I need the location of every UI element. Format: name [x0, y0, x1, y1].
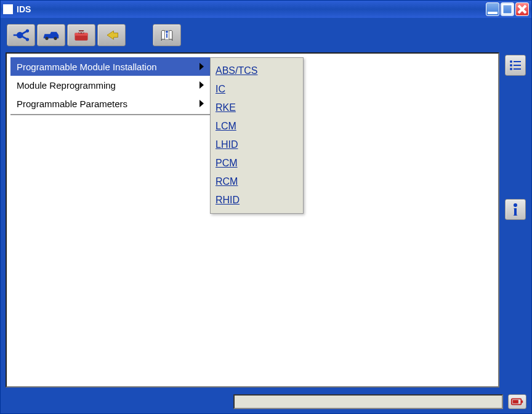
app-icon	[3, 4, 13, 14]
svg-point-6	[54, 37, 57, 40]
chevron-right-icon	[200, 100, 204, 107]
svg-point-19	[514, 203, 517, 207]
svg-rect-16	[514, 65, 521, 66]
menu-label: Module Reprogramming	[17, 80, 116, 91]
svg-point-13	[510, 60, 512, 63]
status-bar	[6, 392, 526, 411]
toolbox-icon[interactable]	[67, 24, 95, 46]
submenu-item-lhid[interactable]: LHID	[211, 136, 303, 154]
arrow-left-icon[interactable]	[97, 24, 126, 46]
svg-rect-18	[514, 68, 521, 70]
menu-item-reprogramming[interactable]: Module Reprogramming	[10, 76, 210, 94]
svg-point-3	[26, 29, 29, 32]
menu-label: Programmable Module Installation	[17, 62, 157, 72]
info-icon[interactable]	[505, 199, 526, 220]
svg-rect-21	[521, 400, 523, 403]
submenu-item-rke[interactable]: RKE	[211, 99, 303, 117]
titlebar: IDS	[1, 1, 531, 18]
chevron-right-icon	[200, 81, 204, 89]
side-rail	[504, 52, 526, 388]
connector-icon[interactable]	[7, 24, 35, 46]
submenu: ABS/TCS IC RKE LCM LHID PCM RCM RHID	[210, 57, 304, 214]
main-row: Programmable Module Installation Module …	[6, 52, 526, 388]
submenu-item-lcm[interactable]: LCM	[211, 117, 303, 136]
submenu-item-abs[interactable]: ABS/TCS	[211, 62, 303, 80]
battery-icon[interactable]	[508, 394, 526, 409]
minimize-button[interactable]	[486, 2, 499, 16]
maximize-button[interactable]	[501, 2, 514, 16]
menu-item-parameters[interactable]: Programmable Parameters	[10, 94, 210, 113]
app-window: IDS	[0, 0, 532, 414]
svg-point-5	[45, 37, 48, 40]
content-area: Programmable Module Installation Module …	[6, 52, 499, 388]
svg-point-11	[166, 31, 168, 33]
app-body: Programmable Module Installation Module …	[1, 18, 531, 413]
status-message-area	[233, 394, 503, 409]
svg-rect-22	[513, 400, 518, 404]
submenu-item-pcm[interactable]: PCM	[211, 154, 303, 172]
svg-rect-1	[502, 4, 512, 14]
main-menu: Programmable Module Installation Module …	[10, 57, 210, 115]
window-title: IDS	[17, 4, 486, 14]
submenu-item-ic[interactable]: IC	[211, 80, 303, 99]
svg-rect-14	[514, 61, 521, 62]
chevron-right-icon	[200, 63, 204, 70]
svg-rect-0	[488, 12, 498, 14]
svg-rect-12	[166, 33, 167, 38]
svg-point-15	[510, 64, 512, 67]
svg-point-4	[26, 38, 29, 41]
book-info-icon[interactable]	[153, 24, 181, 46]
window-controls	[486, 2, 529, 16]
menu-label: Programmable Parameters	[17, 99, 127, 109]
vehicle-icon[interactable]	[37, 24, 65, 46]
submenu-item-rcm[interactable]: RCM	[211, 172, 303, 191]
svg-point-17	[510, 68, 512, 70]
list-icon[interactable]	[505, 55, 526, 76]
submenu-item-rhid[interactable]: RHID	[211, 191, 303, 209]
close-button[interactable]	[515, 2, 529, 16]
menu-divider	[10, 114, 210, 115]
toolbar	[6, 23, 526, 47]
menu-item-pmi[interactable]: Programmable Module Installation	[10, 57, 210, 76]
